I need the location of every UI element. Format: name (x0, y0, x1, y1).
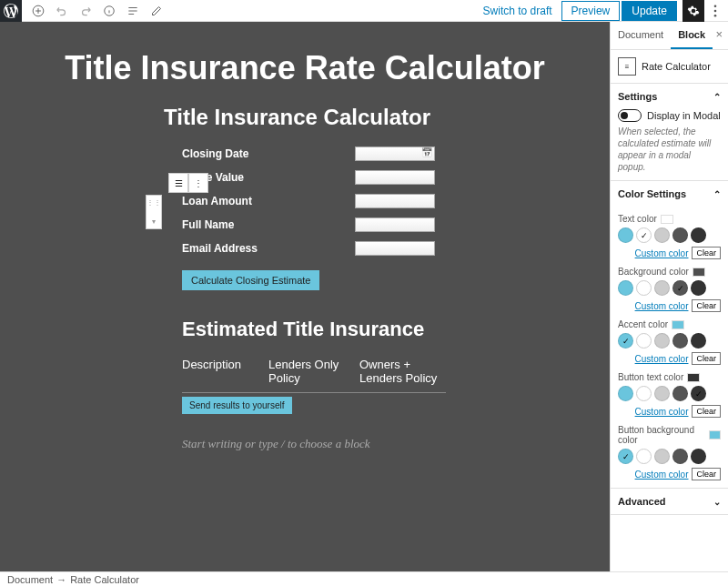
edit-icon[interactable] (147, 2, 166, 20)
color-swatch[interactable] (636, 449, 652, 464)
color-group-label: Button text color (618, 372, 683, 382)
color-swatch[interactable] (672, 386, 688, 401)
color-swatch[interactable] (654, 386, 670, 401)
color-swatch[interactable] (654, 449, 670, 464)
color-swatch[interactable] (691, 333, 706, 349)
breadcrumb-document[interactable]: Document (7, 574, 53, 585)
color-swatch[interactable] (618, 449, 633, 464)
color-swatch[interactable] (618, 280, 633, 296)
current-color-swatch (661, 215, 673, 224)
wordpress-logo[interactable] (0, 0, 22, 22)
color-swatch[interactable] (691, 227, 706, 243)
table-header-lenders: Lenders Only Policy (268, 358, 359, 385)
send-results-button[interactable]: Send results to yourself (182, 397, 292, 414)
email-input[interactable] (355, 241, 435, 256)
current-color-swatch (709, 430, 721, 440)
svg-point-3 (714, 9, 717, 12)
block-more-icon[interactable]: ⋮ (188, 173, 208, 193)
color-swatch[interactable] (654, 280, 670, 296)
color-group-label: Background color (618, 267, 689, 277)
tab-block[interactable]: Block (671, 22, 713, 49)
color-group-label: Button background color (618, 425, 705, 445)
breadcrumb: Document → Rate Calculator (0, 571, 728, 586)
display-modal-toggle[interactable] (618, 109, 642, 122)
color-swatch[interactable] (618, 386, 633, 401)
estimate-title: Estimated Title Insurance (182, 318, 573, 341)
chevron-up-icon: ⌃ (713, 92, 721, 102)
outline-icon[interactable] (124, 2, 142, 20)
color-group-label: Accent color (618, 319, 668, 329)
color-swatch[interactable] (654, 333, 670, 349)
results-table: Description Lenders Only Policy Owners +… (182, 358, 446, 393)
clear-color-button[interactable]: Clear (692, 468, 721, 480)
closing-date-input[interactable] (355, 146, 435, 161)
color-swatch[interactable] (672, 227, 688, 243)
color-swatch[interactable] (636, 280, 652, 296)
tab-document[interactable]: Document (611, 22, 671, 49)
color-swatch[interactable] (672, 280, 688, 296)
color-swatch[interactable] (691, 386, 706, 401)
block-appender[interactable]: Start writing or type / to choose a bloc… (182, 437, 573, 451)
full-name-label: Full Name (182, 218, 355, 231)
closing-date-label: Closing Date (182, 147, 355, 160)
color-swatch[interactable] (618, 227, 633, 243)
settings-panel-toggle[interactable]: Settings⌃ (618, 91, 721, 102)
current-color-swatch (672, 320, 684, 329)
clear-color-button[interactable]: Clear (692, 299, 721, 312)
full-name-input[interactable] (355, 217, 435, 232)
svg-point-4 (714, 14, 717, 16)
chevron-up-icon: ⌃ (713, 189, 721, 199)
display-modal-help: When selected, the calculated estimate w… (618, 126, 721, 173)
block-type-icon[interactable]: ☰ (168, 173, 188, 193)
page-title[interactable]: Title Insurance Rate Calculator (36, 49, 573, 86)
info-icon[interactable] (100, 2, 118, 20)
current-color-swatch (687, 373, 700, 382)
svg-point-2 (714, 5, 717, 7)
custom-color-link[interactable]: Custom color (635, 470, 689, 480)
color-swatch[interactable] (636, 333, 652, 349)
color-swatch[interactable] (636, 227, 652, 243)
close-sidebar-icon[interactable]: × (715, 27, 723, 41)
calculator-title: Title Insurance Calculator (164, 105, 573, 130)
switch-to-draft-button[interactable]: Switch to draft (476, 1, 560, 21)
more-options-icon[interactable] (706, 0, 724, 22)
home-value-input[interactable] (355, 170, 435, 185)
redo-icon[interactable] (76, 2, 95, 20)
display-modal-label: Display in Modal (647, 110, 721, 121)
settings-gear-icon[interactable] (682, 0, 704, 22)
color-settings-toggle[interactable]: Color Settings⌃ (618, 188, 721, 199)
custom-color-link[interactable]: Custom color (635, 354, 689, 364)
color-swatch[interactable] (672, 449, 688, 464)
add-block-icon[interactable] (29, 2, 47, 20)
settings-sidebar: Document Block × ≡ Rate Calculator Setti… (610, 22, 728, 571)
color-swatch[interactable] (636, 386, 652, 401)
loan-amount-input[interactable] (355, 194, 435, 208)
color-swatch[interactable] (691, 449, 706, 464)
update-button[interactable]: Update (622, 1, 677, 21)
clear-color-button[interactable]: Clear (692, 247, 721, 259)
custom-color-link[interactable]: Custom color (635, 301, 689, 311)
undo-icon[interactable] (53, 2, 71, 20)
table-header-owners: Owners + Lenders Policy (359, 358, 446, 385)
block-toolbar: ☰ ⋮ (168, 173, 208, 193)
color-swatch[interactable] (654, 227, 670, 243)
color-group-label: Text color (618, 214, 657, 224)
custom-color-link[interactable]: Custom color (635, 407, 689, 417)
clear-color-button[interactable]: Clear (692, 405, 721, 418)
editor-canvas[interactable]: Title Insurance Rate Calculator ☰ ⋮ ⋮⋮▾ … (0, 22, 610, 571)
breadcrumb-block[interactable]: Rate Calculator (70, 574, 139, 585)
loan-amount-label: Loan Amount (182, 195, 355, 207)
block-card-title: Rate Calculator (642, 61, 711, 72)
table-header-description: Description (182, 358, 268, 385)
preview-button[interactable]: Preview (561, 1, 621, 21)
custom-color-link[interactable]: Custom color (635, 248, 689, 258)
advanced-panel-toggle[interactable]: Advanced⌄ (618, 496, 721, 507)
color-swatch[interactable] (672, 333, 688, 349)
color-swatch[interactable] (618, 333, 633, 349)
block-mover[interactable]: ⋮⋮▾ (146, 195, 162, 229)
clear-color-button[interactable]: Clear (692, 352, 721, 365)
block-card-icon: ≡ (618, 57, 636, 76)
calculate-button[interactable]: Calculate Closing Estimate (182, 270, 319, 290)
color-swatch[interactable] (691, 280, 706, 296)
editor-topbar: Switch to draft Preview Update (0, 0, 728, 22)
